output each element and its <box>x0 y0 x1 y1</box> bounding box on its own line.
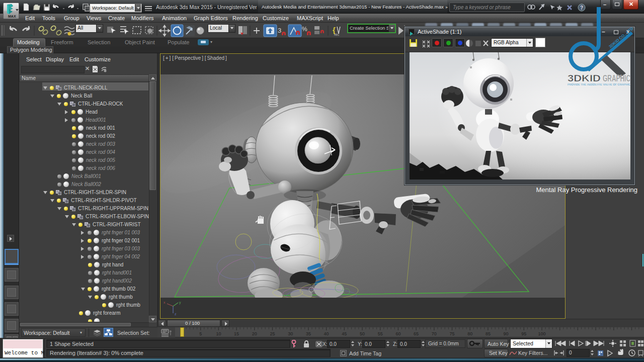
svg-text:x: x <box>164 301 166 304</box>
svg-text:25: 25 <box>270 331 275 336</box>
svg-text:20: 20 <box>252 331 257 336</box>
svg-text:PROVIDE THE ABSOLUTE VALUE OF: PROVIDE THE ABSOLUTE VALUE OF GRAPHIC <box>568 83 631 86</box>
svg-text:3DKID: 3DKID <box>568 73 601 83</box>
svg-text:3: 3 <box>278 27 281 34</box>
svg-text:3DKID CO., LTD: 3DKID CO., LTD <box>608 26 634 49</box>
svg-text:90: 90 <box>504 331 509 336</box>
svg-text:60: 60 <box>395 331 400 336</box>
svg-text:y: y <box>179 301 181 305</box>
svg-text:30: 30 <box>288 331 293 336</box>
svg-text:GRAPHIC: GRAPHIC <box>603 73 630 83</box>
svg-text:95: 95 <box>521 331 526 336</box>
svg-text:70: 70 <box>432 331 437 336</box>
svg-text:75: 75 <box>449 331 454 336</box>
svg-text:65: 65 <box>414 331 419 336</box>
svg-text:%: % <box>302 26 307 33</box>
svg-text:15: 15 <box>234 331 239 336</box>
svg-text:35: 35 <box>306 331 311 336</box>
svg-text:45: 45 <box>342 331 347 336</box>
svg-text:80: 80 <box>467 331 472 336</box>
svg-text:40: 40 <box>324 331 329 336</box>
svg-text:50: 50 <box>360 331 365 336</box>
svg-text:100: 100 <box>538 331 545 336</box>
svg-text:ABC: ABC <box>334 33 340 36</box>
svg-text:10: 10 <box>216 331 221 336</box>
svg-text:5: 5 <box>199 331 202 336</box>
svg-text:z: z <box>175 312 177 316</box>
svg-text:55: 55 <box>378 331 383 336</box>
svg-text:85: 85 <box>486 331 491 336</box>
